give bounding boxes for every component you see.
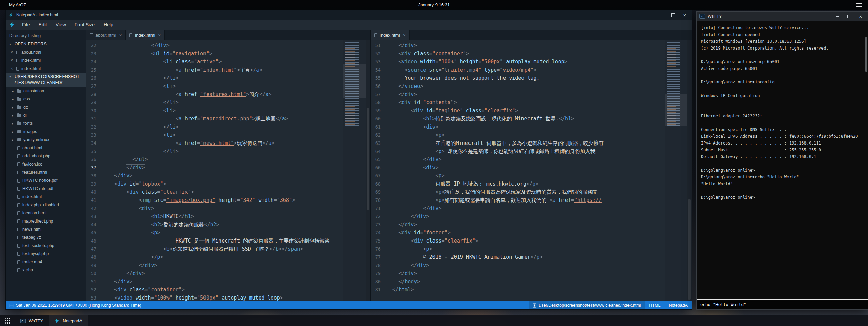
code-line[interactable]: 46 HKWTC 是一個 Minecraft 的建築伺服器，主要建築計劃包括鐵路 [86,237,343,245]
code-editor[interactable]: 22 </div>23 <ul id="navigation">24 <li c… [86,40,370,301]
code-line[interactable]: 24 <li class="active"> [86,58,343,66]
code-line[interactable]: 41 <img src="images/box.png" height="342… [86,196,343,204]
code-line[interactable]: 62 <p> [371,131,665,139]
close-icon[interactable]: × [11,66,14,71]
code-line[interactable]: 52 <div class="container"> [371,50,665,58]
code-line[interactable]: 44 <h2>香港的建築伺服器</h2> [86,220,343,229]
code-line[interactable]: 71 </div> [371,204,665,212]
status-app-name[interactable]: NotepadA [665,301,692,309]
code-line[interactable]: 61 <div> [371,123,665,131]
tree-file[interactable]: news.html [6,225,86,233]
code-line[interactable]: 27 <li> [86,82,343,90]
scrollbar-thumb[interactable] [688,199,691,300]
tree-folder[interactable]: ▸images [6,128,86,136]
code-line[interactable]: 36 </ul> [86,155,343,164]
code-line[interactable]: 52 <div class="container"> [86,286,343,294]
code-line[interactable]: 60 <h1>特別為建築及鐵路而設，現代化的 Minecraft 世界.</h1… [371,115,665,123]
code-line[interactable]: 42 <div> [86,204,343,212]
tree-file[interactable]: index.html [6,193,86,201]
close-icon[interactable]: × [680,10,689,20]
open-editor-item[interactable]: ×index.html [6,56,86,64]
taskbar-item-notepada[interactable]: NotepadA [49,315,88,326]
code-line[interactable]: 26 </li> [86,74,343,82]
code-line[interactable]: 51 </div> [86,277,343,286]
tree-file[interactable]: location.html [6,209,86,217]
code-line[interactable]: 65 </div> [371,155,665,164]
code-line[interactable]: 30 <li> [86,107,343,115]
notepad-titlebar[interactable]: NotepadA - index.html × [6,10,692,20]
status-language[interactable]: HTML [645,301,665,309]
tree-file[interactable]: testmysql.php [6,250,86,258]
menu-view[interactable]: View [52,20,70,30]
code-line[interactable]: 66 <div> [371,164,665,172]
code-line[interactable]: 53 <video width="100%" height="500px" au… [371,58,665,66]
system-menu-title[interactable]: My ArOZ [9,2,26,7]
minimap-viewport[interactable] [343,64,366,98]
tree-folder[interactable]: ▸css [6,95,86,103]
code-line[interactable]: 28 <a href="features.html">簡介</a> [86,90,343,98]
tree-file[interactable]: about.html [6,144,86,152]
code-line[interactable]: 50 </div> [86,269,343,277]
wstty-titlebar[interactable]: >_ WsTTY × [697,12,868,21]
open-editor-item[interactable]: ×index.html [6,64,86,73]
code-line[interactable]: 72 </div> [371,212,665,220]
taskbar-item-wstty[interactable]: >_ WsTTY [15,315,49,326]
code-line[interactable]: 59 <div id="tagline" class="clearfix"> [371,107,665,115]
code-line[interactable]: 51 </div> [371,41,665,50]
code-line[interactable]: 81 </html> [371,286,665,294]
scrollbar-thumb[interactable] [367,108,369,210]
code-line[interactable]: 47 <b>你知道我們全線伺服器已轉用 SSD 了嗎？</b></span> [86,245,343,253]
code-line[interactable]: 22 </div> [86,41,343,50]
code-line[interactable]: 55 Your browser does not support the vid… [371,74,665,82]
close-icon[interactable]: × [403,33,406,38]
code-line[interactable]: 29 </li> [86,98,343,107]
tree-file[interactable]: add_vhost.php [6,152,86,160]
tree-folder[interactable]: ▸dl [6,111,86,119]
code-line[interactable]: 43 <h1>HKWTC</h1> [86,212,343,220]
close-icon[interactable]: × [11,50,14,55]
editor-tab[interactable]: index.html× [371,30,410,40]
tree-file[interactable]: teabag.7z [6,233,86,242]
minimap[interactable] [343,40,366,301]
code-line[interactable]: 56 </video> [371,82,665,90]
hamburger-menu-icon[interactable] [856,3,862,7]
code-line[interactable]: 75 <div class="clearfix"> [371,237,665,245]
maximize-icon[interactable] [845,12,853,21]
code-line[interactable]: 63 在香港的Minecraft 伺服器中，多為小遊戲和純生存的伺服器，較少擁有 [371,139,665,147]
open-editor-item[interactable]: ×about.html [6,48,86,56]
code-line[interactable]: 78 </div> [371,261,665,269]
minimize-icon[interactable] [833,12,842,21]
menu-file[interactable]: File [18,20,34,30]
code-editor[interactable]: 51 </div>52 <div class="container">53 <v… [371,40,692,301]
code-line[interactable]: 67 <p> [371,172,665,180]
terminal-input[interactable]: echo "Hello World" [697,299,868,309]
code-line[interactable]: 77 © 2018 - 2019 HKWTC Animation Gamer</… [371,253,665,261]
code-line[interactable]: 53 <video width="100%" height="500px" au… [86,294,343,301]
vertical-scrollbar[interactable] [687,40,692,301]
code-line[interactable]: 45 <p> [86,229,343,237]
code-line[interactable]: 58 <div id="contents"> [371,98,665,107]
code-line[interactable]: 48 </p> [86,253,343,261]
code-line[interactable]: 33 <li> [86,131,343,139]
code-line[interactable]: 74 <div id="footer"> [371,229,665,237]
code-line[interactable]: 70 <p>如有問題或需要申請白名單，歡迎加入我們的 <a href="http… [371,196,665,204]
minimize-icon[interactable] [657,10,666,20]
scrollbar-thumb[interactable] [865,37,867,72]
tree-file[interactable]: trailer.mp4 [6,258,86,266]
maximize-icon[interactable] [669,10,677,20]
code-line[interactable]: 49 </div> [86,261,343,269]
code-line[interactable]: 69 <p>請注意，我們的伺服器為確保玩家及遊玩時的質素，我們對的服務開 [371,188,665,196]
tree-file[interactable]: index.php_disabled [6,201,86,209]
code-line[interactable]: 73 </div> [371,220,665,229]
menu-help[interactable]: Help [100,20,118,30]
tree-folder[interactable]: ▸dc [6,103,86,111]
tree-folder[interactable]: ▸yamlyamlinux [6,136,86,144]
code-line[interactable]: 23 <ul id="navigation"> [86,50,343,58]
status-file-path[interactable]: user/Desktop/screenshot/test/www cleaned… [529,301,645,309]
code-line[interactable]: 35 </li> [86,147,343,155]
tree-file[interactable]: features.html [6,168,86,176]
minimap-viewport[interactable] [665,94,687,126]
open-editors-section[interactable]: ▾ OPEN EDITORS [6,40,86,48]
tree-file[interactable]: HKWTC notice.pdf [6,176,86,185]
tree-file[interactable]: mapredirect.php [6,217,86,225]
